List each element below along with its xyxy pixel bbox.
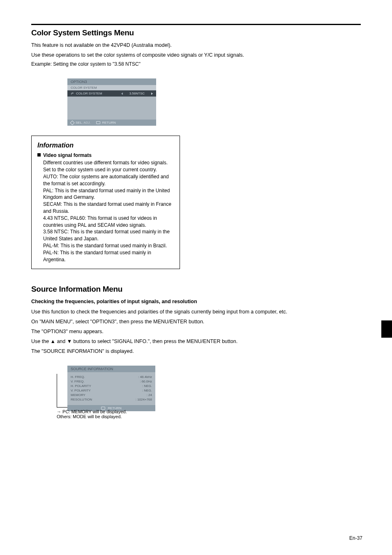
osd1-body [67,102,156,120]
osd-color-system: OPTION3 COLOR SYSTEM COLOR SYSTEM 3.58NT… [67,78,156,126]
triangle-right-icon [151,92,153,95]
osd1-row-label: COLOR SYSTEM [76,92,102,95]
section2-steps4: The "SOURCE INFORMATION" is displayed. [31,348,361,355]
square-bullet-icon [37,153,41,157]
section1-heading: Color System Settings Menu [31,28,361,37]
section1-intro: This feature is not available on the 42V… [31,41,361,49]
osd2-body: H. FREQ.: 48.4kHz V. FREQ.: 60.0Hz H. PO… [67,372,155,405]
info-bullet-heading: Video signal formats [43,152,92,159]
leader-label: → PC: MEMORY will be displayed. Others: … [57,409,127,419]
osd1-row-selected[interactable]: COLOR SYSTEM 3.58NTSC [67,90,156,97]
section2-steps: On "MAIN MENU", select "OPTION3", then p… [31,318,361,325]
osd-source-info: SOURCE INFORMATION H. FREQ.: 48.4kHz V. … [67,366,155,411]
osd2-title: SOURCE INFORMATION [67,366,155,372]
section1-desc: Use these operations to set the color sy… [31,51,361,59]
osd1-row-value: 3.58NTSC [129,92,145,95]
osd2-row-1: V. FREQ.: 60.0Hz [71,379,152,384]
section2-steps3: Use the ▲ and ▼ buttons to select "SIGNA… [31,338,361,345]
osd2-row-5: RESOLUTION: 1024×768 [71,397,152,402]
triangle-left-icon [121,92,123,95]
osd1-subhead: COLOR SYSTEM [67,85,156,90]
page: Color System Settings Menu This feature … [0,0,392,451]
section2-heading: Source Information Menu [31,285,361,294]
info-title: Information [37,141,174,150]
section2-sub: Checking the frequencies, polarities of … [31,298,361,305]
osd1-footer: SEL. ADJ. RETURN [67,120,156,126]
info-item-3: 4.43 NTSC, PAL60: This format is used fo… [43,215,174,229]
information-box: Information Video signal formats Differe… [31,136,180,269]
info-item-0: AUTO: The color systems are automaticall… [43,173,174,187]
diamond-icon [70,120,74,125]
info-item-6: PAL-N: This is the standard format used … [43,249,174,263]
page-number: En-37 [349,535,362,541]
osd2-row-2: H. POLARITY: NEG. [71,384,152,388]
info-item-4: 3.58 NTSC: This is the standard format u… [43,228,174,242]
info-item-2: SECAM: This is the standard format used … [43,201,174,215]
top-rule [31,24,361,25]
osd2-row-4: MEMORY: 24 [71,393,152,397]
side-tab [381,320,392,338]
return-arrow-icon [71,92,74,95]
section1-example: Example: Setting the color system to "3.… [31,61,361,67]
section2-desc: Use this function to check the frequenci… [31,308,361,315]
osd1-footer-ret: RETURN [102,121,115,124]
osd1-footer-sel: SEL. ADJ. [76,121,90,124]
section2-steps2: The "OPTION3" menu appears. [31,328,361,335]
info-item-5: PAL-M: This is the standard format used … [43,242,174,249]
osd1-title: OPTION3 [67,78,156,85]
osd2-row-3: V. POLARITY: NEG. [71,388,152,393]
info-item-1: PAL: This is the standard format used ma… [43,187,174,201]
box-icon [96,121,100,124]
osd1-row-value-wrap: 3.58NTSC [121,92,153,95]
leader-line [57,374,67,408]
osd2-row-0: H. FREQ.: 48.4kHz [71,375,152,379]
osd2-wrap: SOURCE INFORMATION H. FREQ.: 48.4kHz V. … [67,366,361,411]
info-lead-in: Different countries use different format… [43,159,174,173]
osd1-row-empty1 [67,97,156,102]
